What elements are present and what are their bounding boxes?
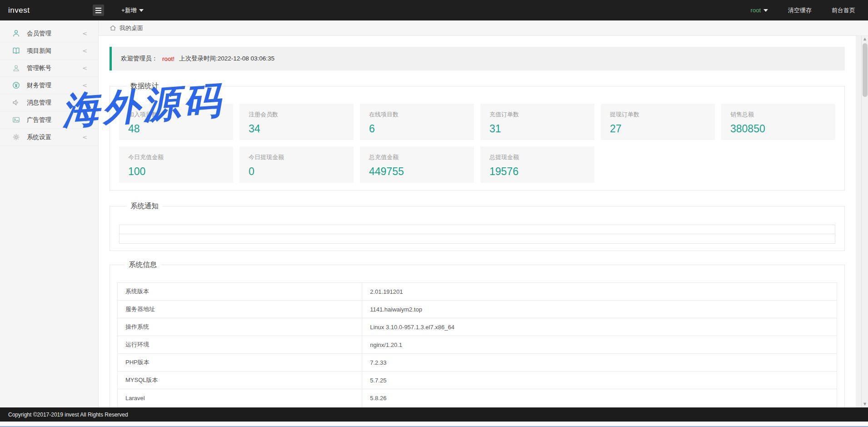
sysinfo-value: 50M xyxy=(362,407,837,408)
stat-card: 销售总额380850 xyxy=(721,104,835,140)
stat-card: 今日提现金额0 xyxy=(239,146,354,183)
member-icon xyxy=(12,29,20,38)
add-new-label: +新增 xyxy=(121,6,137,15)
sidebar-item-label: 广告管理 xyxy=(27,116,82,124)
breadcrumb-item[interactable]: 我的桌面 xyxy=(120,24,143,32)
stat-card: 在线项目数6 xyxy=(360,104,474,140)
notice-fieldset: 系统通知 xyxy=(110,201,845,251)
sidebar: 会员管理<项目新闻<管理帐号<财务管理<消息管理<广告管理<系统设置< xyxy=(0,20,99,407)
bottom-strip xyxy=(0,422,868,427)
sysinfo-value: 5.7.25 xyxy=(362,372,837,389)
stats-legend: 数据统计 xyxy=(126,81,163,91)
stat-value: 31 xyxy=(489,123,585,135)
sysinfo-key: 服务器地址 xyxy=(118,301,362,318)
account-icon xyxy=(12,64,20,72)
sidebar-item-label: 消息管理 xyxy=(27,99,82,107)
scrollbar-thumb[interactable] xyxy=(863,43,868,97)
content-column: 我的桌面 欢迎管理员： root! 上次登录时间:2022-12-08 03:0… xyxy=(99,20,868,407)
stat-label: 总充值金额 xyxy=(369,153,465,161)
home-icon xyxy=(110,25,116,31)
sysinfo-key: 操作系统 xyxy=(118,318,362,336)
brand-logo: invest xyxy=(0,6,93,15)
chevron-collapsed-icon: < xyxy=(82,99,87,106)
stat-card: 注册会员数34 xyxy=(239,104,354,140)
sidebar-item-settings[interactable]: 系统设置< xyxy=(0,129,98,146)
stat-card: 总充值金额449755 xyxy=(360,146,474,183)
stat-label: 充值订单数 xyxy=(489,111,585,119)
sysinfo-value: 2.01.191201 xyxy=(362,283,837,301)
front-home-link[interactable]: 前台首页 xyxy=(832,6,855,15)
chevron-collapsed-icon: < xyxy=(82,116,87,123)
stat-value: 6 xyxy=(369,123,465,135)
message-icon xyxy=(12,98,20,107)
sidebar-item-member[interactable]: 会员管理< xyxy=(0,25,98,42)
sidebar-item-news[interactable]: 项目新闻< xyxy=(0,42,98,60)
stat-card: 充值订单数31 xyxy=(480,104,594,140)
stat-value: 34 xyxy=(249,123,344,135)
stats-fieldset: 数据统计 加入项目数48注册会员数34在线项目数6充值订单数31提现订单数27销… xyxy=(110,81,845,191)
stat-card: 提现订单数27 xyxy=(601,104,715,140)
sysinfo-value: nginx/1.20.1 xyxy=(362,336,837,354)
welcome-alert: 欢迎管理员： root! 上次登录时间:2022-12-08 03:06:35 xyxy=(110,47,845,70)
sysinfo-key: MYSQL版本 xyxy=(118,372,362,389)
sysinfo-row: Laravel5.8.26 xyxy=(118,389,837,407)
user-dropdown[interactable]: root xyxy=(751,7,768,14)
finance-icon xyxy=(12,81,20,90)
stat-cards: 加入项目数48注册会员数34在线项目数6充值订单数31提现订单数27销售总额38… xyxy=(119,104,835,183)
stat-label: 销售总额 xyxy=(730,111,826,119)
stat-card: 加入项目数48 xyxy=(119,104,233,140)
stat-value: 0 xyxy=(249,166,344,178)
sysinfo-row: PHP版本7.2.33 xyxy=(118,354,837,372)
sysinfo-row: 上传附件限制50M xyxy=(118,407,837,408)
add-new-dropdown[interactable]: +新增 xyxy=(121,6,144,15)
welcome-prefix: 欢迎管理员： xyxy=(121,55,158,63)
notice-list xyxy=(119,225,835,244)
sysinfo-legend: 系统信息 xyxy=(125,260,161,270)
stat-value: 100 xyxy=(128,166,224,178)
sidebar-item-message[interactable]: 消息管理< xyxy=(0,94,98,111)
chevron-collapsed-icon: < xyxy=(82,47,87,54)
sidebar-item-ad[interactable]: 广告管理< xyxy=(0,111,98,129)
main-layout: 会员管理<项目新闻<管理帐号<财务管理<消息管理<广告管理<系统设置< 我的桌面… xyxy=(0,20,868,407)
sysinfo-value: 1141.haiwaiym2.top xyxy=(362,301,837,318)
notice-row xyxy=(120,225,835,234)
chevron-down-icon xyxy=(139,9,144,12)
copyright-text: Copyright ©2017-2019 invest All Rights R… xyxy=(8,412,128,418)
sidebar-item-finance[interactable]: 财务管理< xyxy=(0,77,98,94)
top-navbar: invest +新增 root 清空缓存 前台首页 xyxy=(0,0,868,20)
sidebar-item-account[interactable]: 管理帐号< xyxy=(0,60,98,77)
scroll-up-icon[interactable]: ▲ xyxy=(862,36,868,42)
hamburger-icon xyxy=(95,8,101,9)
sysinfo-row: MYSQL版本5.7.25 xyxy=(118,372,837,389)
scroll-down-icon[interactable]: ▼ xyxy=(862,401,868,407)
sidebar-item-label: 管理帐号 xyxy=(27,64,82,72)
vertical-scrollbar[interactable]: ▲ ▼ xyxy=(861,36,868,407)
sidebar-item-label: 财务管理 xyxy=(27,81,82,90)
sysinfo-value: 5.8.26 xyxy=(362,389,837,407)
sidebar-toggle-button[interactable] xyxy=(93,5,104,16)
sysinfo-table: 系统版本2.01.191201服务器地址1141.haiwaiym2.top操作… xyxy=(117,282,837,407)
stat-value: 449755 xyxy=(369,166,465,178)
sidebar-item-label: 系统设置 xyxy=(27,133,82,141)
sidebar-item-label: 项目新闻 xyxy=(27,47,82,55)
clear-cache-link[interactable]: 清空缓存 xyxy=(788,6,812,15)
stat-label: 在线项目数 xyxy=(369,111,465,119)
stat-label: 提现订单数 xyxy=(610,111,706,119)
sysinfo-fieldset: 系统信息 系统版本2.01.191201服务器地址1141.haiwaiym2.… xyxy=(110,260,845,407)
sysinfo-row: 运行环境nginx/1.20.1 xyxy=(118,336,837,354)
stat-label: 总提现金额 xyxy=(489,153,585,161)
stat-value: 380850 xyxy=(730,123,826,135)
footer: Copyright ©2017-2019 invest All Rights R… xyxy=(0,407,868,422)
breadcrumb: 我的桌面 xyxy=(99,20,868,36)
stat-value: 19576 xyxy=(489,166,585,178)
chevron-collapsed-icon: < xyxy=(82,30,87,37)
sidebar-item-label: 会员管理 xyxy=(27,30,82,38)
app-root: invest +新增 root 清空缓存 前台首页 会员管理<项目新闻<管理帐号… xyxy=(0,0,868,427)
stat-label: 今日充值金额 xyxy=(128,153,224,161)
stat-card: 今日充值金额100 xyxy=(119,146,233,183)
stat-value: 27 xyxy=(610,123,706,135)
chevron-collapsed-icon: < xyxy=(82,65,87,71)
sysinfo-row: 系统版本2.01.191201 xyxy=(118,283,837,301)
ad-icon xyxy=(12,116,20,124)
stat-label: 加入项目数 xyxy=(128,111,224,119)
